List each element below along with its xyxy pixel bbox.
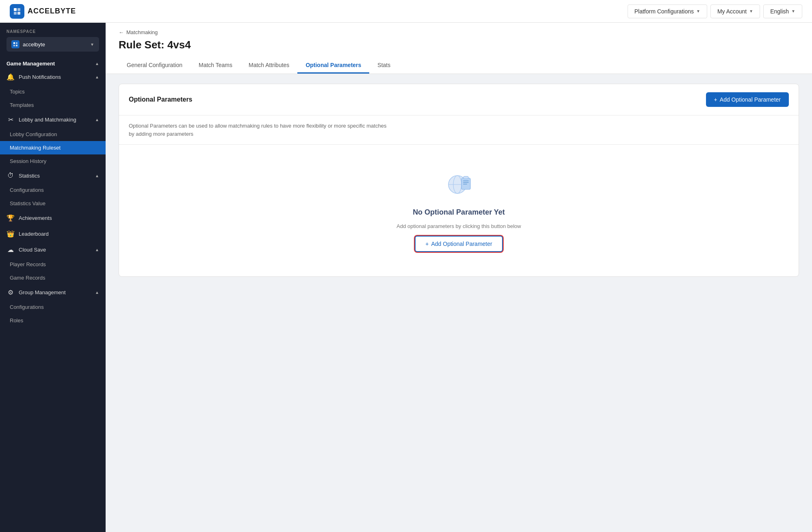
- tab-match-teams-label: Match Teams: [199, 62, 232, 68]
- svg-rect-1: [17, 8, 20, 11]
- logo-area: ACCELBYTE: [10, 4, 628, 19]
- main-content: Optional Parameters + Add Optional Param…: [106, 74, 812, 287]
- sidebar-item-lobby-configuration[interactable]: Lobby Configuration: [0, 128, 106, 141]
- logo-icon: [10, 4, 24, 19]
- svg-rect-5: [16, 42, 17, 44]
- platform-configurations-label: Platform Configurations: [634, 8, 694, 15]
- tab-stats[interactable]: Stats: [369, 58, 398, 74]
- breadcrumb[interactable]: ← Matchmaking: [119, 29, 799, 35]
- language-label: English: [770, 8, 789, 15]
- matchmaking-ruleset-label: Matchmaking Ruleset: [10, 145, 61, 151]
- sidebar-item-roles[interactable]: Roles: [0, 314, 106, 327]
- page-title: Rule Set: 4vs4: [119, 39, 799, 51]
- page-header: ← Matchmaking Rule Set: 4vs4 General Con…: [106, 23, 812, 74]
- card-header: Optional Parameters + Add Optional Param…: [119, 84, 799, 115]
- svg-rect-7: [16, 45, 17, 46]
- tab-optional-parameters[interactable]: Optional Parameters: [297, 58, 369, 74]
- svg-rect-15: [463, 176, 468, 179]
- group-management-collapse-icon: ▲: [95, 290, 99, 295]
- cloud-save-icon: ☁: [6, 246, 15, 254]
- svg-rect-3: [17, 12, 20, 15]
- player-records-label: Player Records: [10, 261, 46, 267]
- my-account-label: My Account: [717, 8, 747, 15]
- roles-label: Roles: [10, 317, 23, 324]
- templates-label: Templates: [10, 102, 34, 108]
- svg-rect-13: [463, 182, 469, 183]
- tab-optional-parameters-label: Optional Parameters: [305, 62, 361, 68]
- sidebar-item-game-records[interactable]: Game Records: [0, 271, 106, 284]
- svg-rect-4: [13, 42, 15, 44]
- description-text: Optional Parameters can be used to allow…: [129, 123, 386, 137]
- add-optional-parameter-button-top[interactable]: + Add Optional Parameter: [706, 92, 789, 107]
- add-button-plus-icon: +: [714, 96, 717, 103]
- add-button-label: Add Optional Parameter: [720, 96, 781, 103]
- top-navigation: ACCELBYTE Platform Configurations ▼ My A…: [0, 0, 812, 23]
- game-management-collapse-icon: ▲: [95, 61, 99, 66]
- sidebar-parent-leaderboard[interactable]: 👑 Leaderboard: [0, 226, 106, 242]
- lobby-matchmaking-icon: ✂: [6, 116, 15, 124]
- svg-rect-12: [463, 180, 469, 181]
- language-dropdown[interactable]: English ▼: [763, 4, 802, 18]
- svg-rect-14: [463, 184, 467, 185]
- namespace-name: accelbyte: [23, 41, 87, 48]
- statistics-value-label: Statistics Value: [10, 200, 45, 206]
- group-management-label: Group Management: [19, 289, 66, 295]
- sidebar-parent-group-management[interactable]: ⚙ Group Management ▲: [0, 284, 106, 300]
- tab-general-configuration[interactable]: General Configuration: [119, 58, 191, 74]
- game-records-label: Game Records: [10, 275, 45, 281]
- achievements-label: Achievements: [19, 215, 52, 221]
- add-optional-parameter-button-center[interactable]: + Add Optional Parameter: [415, 236, 502, 252]
- sidebar-item-configurations[interactable]: Configurations: [0, 183, 106, 197]
- namespace-selector[interactable]: accelbyte ▼: [6, 37, 99, 52]
- sidebar-parent-push-notifications[interactable]: 🔔 Push Notifications ▲: [0, 69, 106, 85]
- lobby-matchmaking-label: Lobby and Matchmaking: [19, 117, 76, 123]
- empty-state: No Optional Parameter Yet Add optional p…: [119, 145, 799, 276]
- sidebar-item-topics[interactable]: Topics: [0, 85, 106, 98]
- center-add-label: Add Optional Parameter: [431, 241, 492, 247]
- logo-text: ACCELBYTE: [28, 7, 76, 15]
- card-title: Optional Parameters: [129, 96, 193, 103]
- lobby-matchmaking-collapse-icon: ▲: [95, 117, 99, 122]
- group-configurations-label: Configurations: [10, 304, 44, 310]
- svg-rect-0: [14, 8, 17, 11]
- namespace-icon: [11, 40, 19, 48]
- sidebar-item-session-history[interactable]: Session History: [0, 154, 106, 168]
- achievements-icon: 🏆: [6, 214, 15, 222]
- back-arrow-icon: ←: [119, 29, 124, 35]
- card-description: Optional Parameters can be used to allow…: [119, 115, 799, 145]
- tab-match-attributes[interactable]: Match Attributes: [240, 58, 297, 74]
- optional-parameters-card: Optional Parameters + Add Optional Param…: [119, 84, 799, 277]
- statistics-collapse-icon: ▲: [95, 174, 99, 178]
- lobby-configuration-label: Lobby Configuration: [10, 131, 57, 137]
- sidebar-item-matchmaking-ruleset[interactable]: Matchmaking Ruleset: [0, 141, 106, 154]
- sidebar-item-group-configurations[interactable]: Configurations: [0, 300, 106, 314]
- topics-label: Topics: [10, 89, 25, 95]
- statistics-icon: ⏱: [6, 172, 15, 179]
- sidebar-parent-achievements[interactable]: 🏆 Achievements: [0, 210, 106, 226]
- center-add-plus-icon: +: [425, 241, 429, 247]
- sidebar-parent-statistics[interactable]: ⏱ Statistics ▲: [0, 168, 106, 183]
- sidebar-item-statistics-value[interactable]: Statistics Value: [0, 197, 106, 210]
- tab-match-attributes-label: Match Attributes: [249, 62, 289, 68]
- namespace-chevron-icon: ▼: [90, 42, 94, 47]
- content-area: ← Matchmaking Rule Set: 4vs4 General Con…: [106, 23, 812, 532]
- sidebar-parent-cloud-save[interactable]: ☁ Cloud Save ▲: [0, 242, 106, 258]
- empty-state-icon: [443, 169, 475, 202]
- language-chevron-icon: ▼: [791, 9, 795, 13]
- svg-rect-2: [14, 12, 17, 15]
- tab-match-teams[interactable]: Match Teams: [191, 58, 240, 74]
- platform-configurations-dropdown[interactable]: Platform Configurations ▼: [628, 4, 707, 18]
- namespace-section: NAMESPACE accelbyte ▼: [0, 23, 106, 55]
- push-notifications-label: Push Notifications: [19, 74, 61, 80]
- tab-general-label: General Configuration: [127, 62, 182, 68]
- sidebar-item-player-records[interactable]: Player Records: [0, 258, 106, 271]
- statistics-label: Statistics: [19, 173, 40, 179]
- cloud-save-collapse-icon: ▲: [95, 248, 99, 252]
- sidebar-game-management[interactable]: Game Management ▲: [0, 55, 106, 69]
- sidebar-parent-lobby-matchmaking[interactable]: ✂ Lobby and Matchmaking ▲: [0, 112, 106, 128]
- platform-configurations-chevron-icon: ▼: [696, 9, 700, 13]
- my-account-dropdown[interactable]: My Account ▼: [710, 4, 760, 18]
- sidebar-item-templates[interactable]: Templates: [0, 98, 106, 112]
- push-notifications-icon: 🔔: [6, 73, 15, 81]
- game-management-label: Game Management: [6, 61, 55, 67]
